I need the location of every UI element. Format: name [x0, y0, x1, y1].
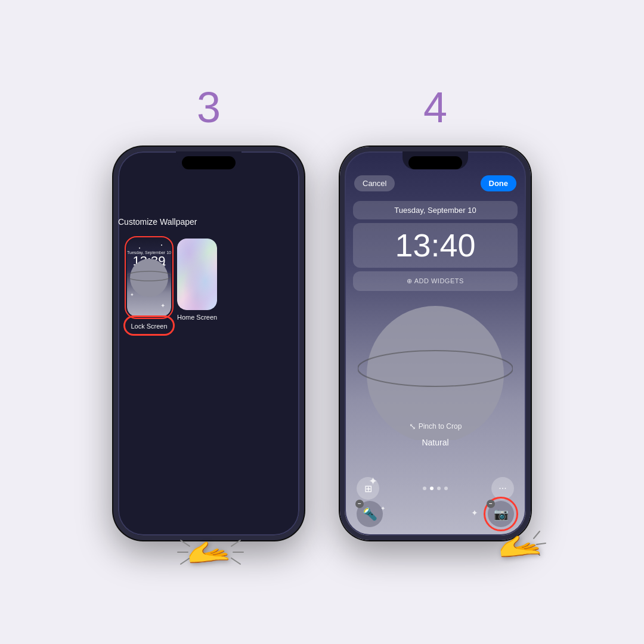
done-button[interactable]: Done: [481, 175, 517, 191]
customize-wallpaper-text: Customize Wallpaper: [118, 217, 299, 227]
star-3: [161, 244, 162, 246]
home-screen-card: [177, 239, 217, 310]
lock-screen-option[interactable]: ✦ ✦ ✦ Tuesday, September 10 13:39: [127, 239, 171, 331]
crop-icon: ⤡: [409, 422, 416, 431]
dot-3: [437, 487, 441, 490]
dynamic-island-3: [182, 156, 236, 169]
screen-3: Customize Wallpaper ✦: [118, 217, 299, 331]
pinch-to-crop-label: ⤡ Pinch to Crop: [409, 422, 462, 431]
main-container: 3 Customize Wallpaper: [89, 50, 555, 594]
dot-2: [430, 487, 434, 490]
dot-1: [423, 487, 426, 490]
minus-badge-camera: −: [487, 500, 495, 508]
dynamic-island-4: [408, 156, 462, 169]
flashlight-button[interactable]: − 🔦: [357, 501, 383, 527]
svg-point-8: [367, 306, 504, 440]
time-widget[interactable]: 13:40: [353, 223, 518, 268]
home-wallpaper-bg: [177, 239, 217, 310]
hand-cursor-wrapper-4: 🫴: [498, 528, 543, 564]
more-icon[interactable]: ···: [491, 477, 514, 500]
lock-screen-card[interactable]: ✦ ✦ ✦ Tuesday, September 10 13:39: [127, 239, 171, 317]
spark-sm-2: ✦: [471, 508, 478, 518]
phone-4: Cancel Done Tuesday, September 10 13:40 …: [340, 147, 531, 540]
svg-line-7: [231, 558, 240, 564]
svg-line-5: [231, 540, 240, 546]
screen-4: Cancel Done Tuesday, September 10 13:40 …: [345, 151, 526, 535]
camera-button[interactable]: − 📷: [488, 501, 514, 527]
date-widget[interactable]: Tuesday, September 10: [353, 201, 518, 219]
natural-label: Natural: [422, 438, 448, 447]
lock-label-wrapper: Lock Screen: [127, 320, 171, 331]
spark-sm-1: ✦: [380, 505, 385, 512]
click-hand-3: 🫴: [187, 534, 231, 570]
step-number-4: 4: [423, 86, 447, 129]
click-hand-4: 🫴: [498, 528, 543, 564]
corner-icons: − 🔦 − 📷: [345, 501, 526, 527]
spark-large-1: ✦: [369, 475, 377, 488]
svg-point-0: [130, 259, 168, 297]
step-3: 3 Customize Wallpaper: [113, 86, 304, 570]
planet-preview-sm: [127, 251, 171, 299]
lock-screen-label: Lock Screen: [131, 323, 167, 330]
phone-3: Customize Wallpaper ✦: [113, 147, 304, 540]
step-number-3: 3: [197, 86, 221, 129]
lock-wallpaper-bg: ✦ ✦ ✦ Tuesday, September 10 13:39: [127, 239, 171, 317]
cancel-button[interactable]: Cancel: [354, 175, 395, 191]
dot-4: [444, 487, 448, 490]
home-screen-label: Home Screen: [177, 314, 217, 321]
wallpaper-options: ✦ ✦ ✦ Tuesday, September 10 13:39: [118, 239, 299, 331]
spark-3: ✦: [160, 302, 165, 309]
lock-screen-preview: ✦ ✦ ✦ Tuesday, September 10 13:39: [127, 239, 171, 317]
home-screen-preview: [177, 239, 217, 310]
minus-badge-flashlight: −: [355, 500, 364, 508]
planet-large: [358, 285, 513, 440]
dots-indicator: [423, 487, 448, 490]
star-1: [139, 247, 140, 249]
lock-screen-label-highlight: Lock Screen: [131, 320, 167, 331]
step-4: 4 Cancel Done Tuesday, September 10 13:4…: [340, 86, 531, 564]
home-screen-option[interactable]: Home Screen: [177, 239, 217, 331]
hand-cursor-wrapper-3: 🫴: [187, 534, 231, 570]
